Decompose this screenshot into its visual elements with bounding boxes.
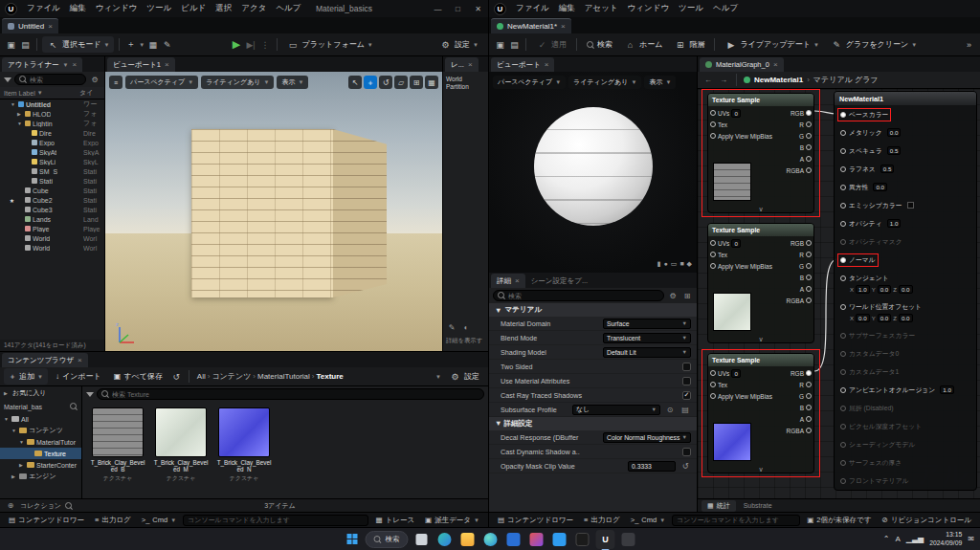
texture-sample-node[interactable]: Texture SampleUVs0TexApply View MipBiasR…	[707, 223, 814, 343]
console-input-box[interactable]	[672, 515, 800, 526]
home-button[interactable]: ⌂ ホーム	[619, 36, 667, 53]
tree-item-All[interactable]: ▼All	[0, 413, 81, 425]
menu-item[interactable]: 選択	[211, 3, 236, 12]
property-dropdown[interactable]: Surface▼	[603, 319, 691, 329]
output-pin[interactable]: RGB	[787, 237, 812, 249]
save-icon[interactable]: ▣	[5, 40, 17, 50]
tab-untitled-level[interactable]: Untitled ×	[2, 18, 58, 33]
outliner-row[interactable]: SkyLiSkyL	[0, 157, 104, 166]
perspective-dropdown[interactable]: パースペクティブ▼	[125, 76, 198, 89]
texture-sample-node[interactable]: Texture SampleUVs0TexApply View MipBiasR…	[707, 353, 814, 473]
expand-node-icon[interactable]: ∨	[708, 206, 813, 213]
console-input-box[interactable]	[183, 515, 368, 526]
pin-value[interactable]: 0.5	[887, 146, 902, 155]
select-tool-icon[interactable]: ↖	[348, 76, 362, 89]
input-pin[interactable]: Apply View MipBias	[710, 390, 772, 402]
material-input-pin[interactable]: ベースカラー	[835, 105, 976, 123]
tab-levels[interactable]: レ... ×	[445, 57, 479, 72]
settings-dropdown[interactable]: ⚙ 設定▼	[434, 36, 483, 53]
property-checkbox[interactable]	[682, 377, 691, 385]
notifications-icon[interactable]: ✉	[968, 535, 974, 543]
output-pin[interactable]: R	[787, 379, 812, 390]
asset-tile[interactable]: T_Brick_Clay_Beveled_Mテクスチャ	[153, 407, 209, 483]
breadcrumb-item[interactable]: Texture	[315, 372, 345, 381]
camera-speed-icon[interactable]: ▦	[425, 76, 438, 89]
input-pin[interactable]: Tex	[710, 249, 772, 260]
search-button[interactable]: 検索	[582, 36, 617, 53]
expand-arrow-icon[interactable]: ▶	[17, 111, 23, 117]
menu-item[interactable]: ファイル	[511, 3, 554, 12]
browse-icon[interactable]: ▤	[19, 40, 32, 50]
expand-node-icon[interactable]: ∨	[708, 336, 813, 343]
store-button[interactable]	[504, 530, 523, 549]
breadcrumb-item[interactable]: All	[195, 372, 208, 381]
unreal-logo-icon[interactable]: U	[494, 3, 506, 15]
property-dropdown[interactable]: Translucent▼	[603, 333, 691, 343]
copilot-button[interactable]	[435, 530, 455, 549]
property-dropdown[interactable]: なし▼	[572, 405, 660, 415]
cylinder-shape-icon[interactable]: ▮	[657, 260, 661, 268]
menu-item[interactable]: ビルド	[176, 3, 211, 12]
chevron-down-icon[interactable]: ▼	[435, 374, 441, 380]
clean-graph-dropdown[interactable]: ✎ グラフをクリーン▼	[826, 36, 922, 53]
filter-icon[interactable]	[4, 77, 11, 82]
material-input-pin[interactable]: シェーディングモデル	[835, 435, 976, 453]
details-section-material[interactable]: ▼ マテリアル	[489, 303, 697, 317]
outliner-row[interactable]: WorldWorl	[0, 243, 104, 253]
taskbar-search[interactable]: 検索	[366, 531, 409, 548]
tree-item-コンテンツ[interactable]: ▼コンテンツ	[0, 425, 81, 436]
outliner-row[interactable]: SkyAtSkyA	[0, 147, 104, 157]
menu-item[interactable]: アクタ	[236, 3, 271, 12]
tree-item-StarterConter[interactable]: ▶StarterConter	[0, 459, 81, 471]
asset-tile[interactable]: T_Brick_Clay_Beveled_Nテクスチャ	[216, 407, 272, 483]
tree-item-MaterialTutor[interactable]: ▼MaterialTutor	[0, 436, 81, 448]
tree-item-Texture[interactable]: Texture	[0, 448, 81, 459]
live-update-dropdown[interactable]: ▶ ライブアップデート▼	[720, 36, 823, 53]
material-input-pin[interactable]: カスタムデータ0	[835, 344, 976, 363]
input-pin[interactable]: UVs0	[710, 237, 772, 249]
save-icon[interactable]: ▣	[494, 40, 506, 50]
details-view-icon[interactable]: ⊞	[681, 292, 693, 300]
brick-cube-side-face[interactable]	[333, 129, 387, 297]
outliner-row[interactable]: WorldWorl	[0, 233, 104, 243]
pin-value[interactable]: 0	[731, 369, 741, 378]
menu-item[interactable]: ヘルプ	[271, 3, 305, 12]
outliner-row[interactable]: Cube3Stati	[0, 205, 104, 214]
cmd-dropdown[interactable]: >_ Cmd ▼	[138, 514, 180, 526]
outliner-row[interactable]: ★Cube2Stati	[0, 195, 104, 205]
add-button[interactable]: ＋ 追加 ▼	[4, 368, 48, 385]
collections-label[interactable]: コレクション	[20, 501, 61, 511]
taskbar-clock[interactable]: 13:15 2024/09/09	[929, 531, 962, 547]
material-input-pin[interactable]: ピクセル深度オフセット	[835, 417, 976, 435]
skip-frame-button[interactable]: ▶|	[245, 40, 257, 50]
pin-value[interactable]: 0.0	[856, 314, 870, 322]
platforms-dropdown[interactable]: ▭ プラットフォーム▼	[282, 36, 378, 53]
breadcrumb-item[interactable]: MaterialTutorial	[256, 372, 312, 381]
output-pin[interactable]: RGBA	[787, 295, 812, 306]
material-input-pin[interactable]: サーフェスの厚さ	[835, 453, 976, 472]
play-button[interactable]: ▶	[231, 38, 243, 51]
material-input-pin[interactable]: 屈折 (Disabled)	[835, 399, 976, 417]
console-input[interactable]	[188, 517, 364, 523]
menu-item[interactable]: ヘルプ	[708, 3, 743, 12]
close-panel-icon[interactable]: ×	[515, 276, 520, 285]
tab-substrate[interactable]: Substrate	[738, 501, 778, 510]
level-viewport[interactable]: ≡ パースペクティブ▼ ライティングあり▼ 表示▼ ↖ ＋ ↺ ▱ ⊞	[105, 72, 442, 351]
tab-outliner[interactable]: アウトライナー▼ ×	[2, 57, 82, 72]
favorite-star-icon[interactable]: ★	[9, 197, 15, 204]
outliner-row[interactable]: StatiStati	[0, 176, 104, 186]
filter-icon[interactable]	[86, 392, 94, 397]
material-input-pin[interactable]: オパシティ1.0	[835, 214, 976, 232]
close-panel-icon[interactable]: ×	[78, 356, 82, 364]
unreal-logo-icon[interactable]: U	[5, 3, 17, 15]
material-input-pin[interactable]: タンジェントX1.0Y0.0Z0.0	[835, 269, 976, 297]
import-button[interactable]: ↓ インポート	[51, 368, 106, 385]
output-pin[interactable]: A	[787, 153, 812, 165]
column-type-label[interactable]: タイ	[79, 88, 100, 98]
save-all-button[interactable]: ▣ すべて保存	[109, 368, 167, 385]
view-mode-dropdown[interactable]: ライティングあり▼	[568, 76, 641, 89]
outliner-settings-icon[interactable]: ⚙	[89, 76, 100, 84]
menu-item[interactable]: 編集	[65, 3, 91, 12]
material-input-pin[interactable]: ラフネス0.5	[835, 160, 976, 178]
menu-item[interactable]: アセット	[580, 3, 623, 12]
